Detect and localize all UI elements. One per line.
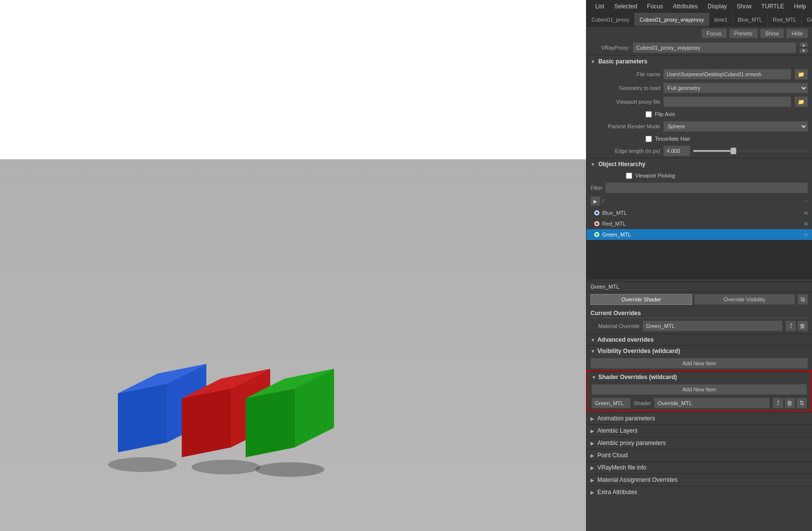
show-button[interactable]: Show <box>760 29 784 38</box>
menu-list[interactable]: List <box>593 2 607 11</box>
visibility-overrides-title: Visibility Overrides (wildcard) <box>597 348 680 354</box>
filter-row: Filter <box>587 181 812 195</box>
extra-attributes-title: Extra Attributes <box>597 489 637 496</box>
extra-attributes-section: ▶ Extra Attributes <box>587 486 812 498</box>
viewport-proxy-folder-btn[interactable]: 📁 <box>794 96 808 107</box>
tab-time1[interactable]: time1 <box>709 13 733 26</box>
menu-selected[interactable]: Selected <box>612 2 639 11</box>
proxy-icon-bottom[interactable]: ▼ <box>799 48 808 53</box>
shader-overrides-arrow: ▼ <box>591 375 596 380</box>
particle-render-select[interactable]: Sphere Point <box>663 121 808 132</box>
svg-point-11 <box>255 462 324 477</box>
tessellate-hair-checkbox[interactable] <box>645 136 652 142</box>
hide-button[interactable]: Hide <box>786 29 808 38</box>
tree-item-green-mtl[interactable]: Green_MTL ≋ <box>587 229 812 240</box>
shader-override-icon-btns: ⤴ 🗑 ⇅ <box>773 398 807 409</box>
material-override-delete-btn[interactable]: 🗑 <box>797 321 808 331</box>
flip-axis-checkbox[interactable] <box>645 111 652 118</box>
edge-length-slider-thumb[interactable] <box>730 148 736 154</box>
tree-item-blue-mtl[interactable]: Blue_MTL ≋ <box>587 207 812 218</box>
animation-parameters-header[interactable]: ▶ Animation parameters <box>587 413 812 424</box>
point-cloud-header[interactable]: ▶ Point Cloud <box>587 449 812 461</box>
menu-turtle[interactable]: TURTLE <box>759 2 786 11</box>
focus-button[interactable]: Focus <box>701 29 727 38</box>
advanced-overrides-arrow: ▼ <box>590 337 595 343</box>
proxy-label: VRayProxy: <box>590 45 630 51</box>
menu-focus[interactable]: Focus <box>645 2 665 11</box>
basic-parameters-header[interactable]: ▼ Basic parameters <box>587 55 812 67</box>
material-override-link-btn[interactable]: ⤴ <box>785 321 796 331</box>
animation-params-title: Animation parameters <box>597 415 655 422</box>
particle-render-row: Particle Render Mode Sphere Point <box>587 119 812 133</box>
advanced-overrides-title: Advanced overrides <box>597 336 654 343</box>
override-icon-btns: ⤴ 🗑 <box>785 321 808 331</box>
shader-override-delete-btn[interactable]: 🗑 <box>784 398 795 409</box>
tree-item-red-mtl[interactable]: Red_MTL ≋ <box>587 218 812 229</box>
svg-point-3 <box>108 457 177 472</box>
extra-attributes-header[interactable]: ▶ Extra Attributes <box>587 486 812 498</box>
proxy-icon-top[interactable]: ▲ <box>799 42 808 47</box>
edge-length-slider-track[interactable] <box>693 150 808 152</box>
green-mtl-dot <box>594 232 599 237</box>
menu-help[interactable]: Help <box>792 2 808 11</box>
material-assignment-arrow: ▶ <box>590 477 594 483</box>
viewport-proxy-label: Viewport proxy file <box>596 99 660 105</box>
filter-input[interactable] <box>605 182 808 193</box>
proxy-input[interactable] <box>633 42 796 53</box>
presets-button[interactable]: Presets <box>729 29 758 38</box>
svg-point-7 <box>192 460 260 474</box>
visibility-overrides-header[interactable]: ▼ Visibility Overrides (wildcard) <box>587 345 812 356</box>
flip-axis-row: Flip Axis <box>587 109 812 119</box>
tab-cubes01-proxy-vrayproxy[interactable]: Cubes01_proxy_vrayproxy <box>635 13 709 26</box>
tab-blue-mtl[interactable]: Blue_MTL <box>733 13 768 26</box>
shader-label: Shader <box>634 400 651 406</box>
alembic-proxy-header[interactable]: ▶ Alembic proxy parameters <box>587 437 812 449</box>
shader-overrides-header[interactable]: ▼ Shader Overrides (wildcard) <box>588 371 811 383</box>
override-copy-btn[interactable]: ⧉ <box>797 294 808 305</box>
menu-show[interactable]: Show <box>735 2 754 11</box>
visibility-add-new-item-btn[interactable]: Add New Item <box>590 358 808 369</box>
material-assignment-header[interactable]: ▶ Material Assignment Overrides <box>587 474 812 486</box>
flip-axis-label: Flip Axis <box>655 111 675 117</box>
viewport-picking-checkbox[interactable] <box>626 173 632 179</box>
alembic-layers-header[interactable]: ▶ Alembic Layers <box>587 425 812 437</box>
proxy-icons: ▲ ▼ <box>799 42 808 53</box>
current-overrides-section: Current Overrides Material Override Gree… <box>587 307 812 334</box>
green-mtl-name: Green_MTL <box>602 232 631 237</box>
blue-mtl-name: Blue_MTL <box>602 210 627 216</box>
particle-render-label: Particle Render Mode <box>596 123 660 129</box>
advanced-overrides-header[interactable]: ▼ Advanced overrides <box>587 334 812 345</box>
vraymesh-info-header[interactable]: ▶ VRayMesh file info <box>587 462 812 473</box>
red-mtl-dot <box>594 221 599 226</box>
override-visibility-tab[interactable]: Override Visibility <box>694 294 796 305</box>
geometry-load-select[interactable]: Full geometry Preview meshes Bounding bo… <box>663 83 808 93</box>
tab-green-m[interactable]: Green_M <box>802 13 812 26</box>
tree-dots[interactable]: ⋯ <box>803 198 808 205</box>
animation-params-arrow: ▶ <box>590 416 594 421</box>
shader-add-new-item-btn[interactable]: Add New Item <box>591 384 807 395</box>
object-hierarchy-title: Object Hierarchy <box>598 161 645 168</box>
tree-toolbar: ▶ / ⋯ <box>587 195 812 207</box>
svg-marker-0 <box>118 384 167 452</box>
tree-expand-btn[interactable]: ▶ <box>590 196 600 206</box>
override-tabs: Override Shader Override Visibility ⧉ <box>587 292 812 307</box>
tessellate-hair-row: Tessellate Hair <box>587 133 812 144</box>
shader-override-move-btn[interactable]: ⇅ <box>796 398 807 409</box>
proxy-row: VRayProxy: ▲ ▼ <box>587 40 812 55</box>
shader-override-link-btn[interactable]: ⤴ <box>773 398 784 409</box>
shader-override-value: Override_MTL <box>654 398 770 409</box>
tab-cubes01-proxy[interactable]: Cubes01_proxy <box>587 13 635 26</box>
panel-content: ▼ Basic parameters File name Users\Surpr… <box>587 55 812 531</box>
menu-display[interactable]: Display <box>705 2 728 11</box>
file-name-folder-btn[interactable]: 📁 <box>794 69 808 80</box>
red-mtl-name: Red_MTL <box>602 221 626 227</box>
override-shader-tab[interactable]: Override Shader <box>590 294 692 305</box>
viewport-proxy-input[interactable] <box>663 96 791 107</box>
tab-red-mtl[interactable]: Red_MTL <box>768 13 802 26</box>
menu-attributes[interactable]: Attributes <box>671 2 700 11</box>
alembic-layers-section: ▶ Alembic Layers <box>587 424 812 437</box>
object-hierarchy-header[interactable]: ▼ Object Hierarchy <box>587 158 812 170</box>
viewport-picking-row: Viewport Picking <box>587 170 812 181</box>
viewport-proxy-row: Viewport proxy file 📁 <box>587 95 812 109</box>
viewport-picking-label: Viewport Picking <box>635 173 675 178</box>
